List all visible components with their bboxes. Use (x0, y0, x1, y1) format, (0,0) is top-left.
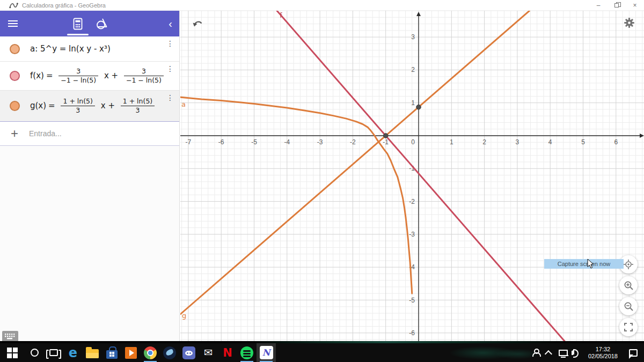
algebra-row-a[interactable]: a: 5^y = ln(x y - x³) ⋮ (0, 36, 179, 62)
curve-label-g[interactable]: g (182, 312, 186, 320)
network-icon (559, 350, 568, 356)
zoom-in-button[interactable] (619, 276, 638, 294)
tab-algebra[interactable] (69, 14, 87, 33)
standard-view-icon (623, 259, 634, 270)
x-tick--3: -3 (317, 138, 323, 146)
line-g[interactable] (180, 11, 529, 314)
y-tick--2: -2 (409, 198, 415, 205)
visibility-toggle-g[interactable] (0, 101, 29, 111)
restore-button[interactable] (608, 0, 626, 11)
geogebra-taskbar-button[interactable] (257, 343, 276, 362)
undo-icon (192, 19, 204, 29)
x-tick-5: 5 (581, 138, 585, 146)
taskbar-clock[interactable]: 17:32 02/05/2018 (588, 346, 618, 360)
curve-label-a[interactable]: a (181, 100, 186, 108)
zoom-out-button[interactable] (619, 297, 638, 315)
algebra-row-f[interactable]: f(x)= 3−1 − ln(5) x + 3−1 − ln(5) ⋮ (0, 62, 179, 91)
object-circle-f[interactable] (10, 71, 20, 81)
minimize-button[interactable]: – (589, 0, 608, 11)
menu-icon[interactable] (8, 20, 18, 27)
row-menu-g[interactable]: ⋮ (166, 94, 174, 101)
discord-taskbar-button[interactable] (179, 343, 199, 362)
keyboard-icon (4, 333, 16, 340)
task-view-taskbar-button[interactable] (44, 343, 63, 362)
collapse-panel-button[interactable]: ‹ (169, 18, 172, 29)
point-0[interactable] (383, 134, 388, 138)
undo-button[interactable] (191, 18, 205, 32)
network-tray-button[interactable] (557, 343, 570, 362)
algebra-panel: ‹ a: 5^y = ln(x y - x³) ⋮ f(x)= 3−1 − ln… (0, 11, 180, 343)
geogebra-icon (260, 346, 273, 359)
edge-taskbar-button[interactable] (63, 343, 83, 362)
window-title: Calculadora gráfica - GeoGebra (22, 2, 106, 9)
x-axis-arrow (640, 134, 644, 138)
settings-button[interactable] (622, 17, 636, 31)
titlebar: Calculadora gráfica - GeoGebra – × (0, 0, 644, 11)
discord-icon (182, 346, 195, 359)
x-tick-3: 3 (516, 138, 519, 146)
curve-label-f[interactable]: f (280, 11, 282, 19)
fullscreen-icon (624, 322, 633, 332)
visibility-toggle-a[interactable] (0, 44, 29, 54)
object-circle-g[interactable] (10, 101, 20, 111)
fullscreen-button[interactable] (619, 318, 638, 336)
add-expression-icon[interactable]: + (0, 126, 29, 141)
x-tick-6: 6 (614, 138, 618, 146)
virtual-keyboard-button[interactable] (2, 331, 18, 342)
x-tick--7: -7 (186, 138, 192, 146)
object-circle-a[interactable] (10, 44, 20, 54)
geometry-tools-icon (95, 18, 108, 30)
y-tick-3: 3 (411, 33, 415, 41)
task-view-icon (49, 349, 58, 356)
window-controls: – × (589, 0, 644, 11)
chrome-taskbar-button[interactable] (141, 343, 160, 362)
equation-a: a: 5^y = ln(x y - x³) (29, 44, 112, 54)
x-tick--2: -2 (350, 138, 356, 146)
chrome-icon (144, 346, 157, 359)
netflix-taskbar-button[interactable] (218, 343, 237, 362)
action-center-button[interactable] (623, 343, 644, 362)
start-taskbar-button[interactable] (0, 343, 25, 362)
algebra-input[interactable] (29, 129, 179, 138)
battle-net-taskbar-button[interactable] (160, 343, 179, 362)
action-center-icon (629, 349, 638, 357)
mail-taskbar-button[interactable] (199, 343, 218, 362)
store-taskbar-button[interactable] (102, 343, 121, 362)
visibility-toggle-f[interactable] (0, 71, 29, 81)
taskbar-apps (0, 343, 276, 362)
row-menu-f[interactable]: ⋮ (166, 65, 174, 72)
y-tick--6: -6 (409, 329, 415, 337)
spotify-icon (240, 346, 253, 359)
screen: Calculadora gráfica - GeoGebra – × (0, 0, 644, 362)
x-tick--4: -4 (284, 138, 290, 146)
file-explorer-taskbar-button[interactable] (83, 343, 102, 362)
tab-tools[interactable] (92, 14, 111, 33)
gear-icon (624, 17, 635, 28)
row-menu-a[interactable]: ⋮ (166, 40, 174, 47)
x-tick--6: -6 (218, 138, 224, 146)
cortana-taskbar-button[interactable] (25, 343, 44, 362)
people-tray-button[interactable] (530, 343, 543, 362)
plot-canvas[interactable]: -7-6-5-4-3-2-10123456321-1-2-3-4-5-6 (180, 11, 644, 343)
x-tick-0: 0 (411, 138, 415, 146)
algebra-row-g[interactable]: g(x)= 1 + ln(5)3 x + 1 + ln(5)3 ⋮ (0, 91, 179, 122)
edge-icon (69, 345, 77, 360)
movies-tv-taskbar-button[interactable] (121, 343, 141, 362)
y-axis-arrow (416, 12, 421, 16)
x-tick-1: 1 (450, 138, 453, 146)
system-tray (530, 343, 583, 362)
taskbar: 17:32 02/05/2018 (0, 343, 644, 362)
y-tick-1: 1 (411, 99, 415, 107)
mail-icon (204, 348, 213, 358)
graphics-view[interactable]: -7-6-5-4-3-2-10123456321-1-2-3-4-5-6 (180, 11, 644, 343)
close-button[interactable]: × (626, 0, 644, 11)
battle-net-icon (163, 346, 176, 359)
point-1[interactable] (416, 105, 421, 109)
volume-tray-button[interactable] (570, 343, 583, 362)
x-tick-2: 2 (482, 138, 486, 146)
input-row: + (0, 122, 179, 146)
spotify-taskbar-button[interactable] (237, 343, 257, 362)
cortana-icon (31, 349, 39, 357)
equation-g: g(x)= 1 + ln(5)3 x + 1 + ln(5)3 (29, 97, 157, 115)
hidden-icons-tray-button[interactable] (543, 343, 557, 362)
